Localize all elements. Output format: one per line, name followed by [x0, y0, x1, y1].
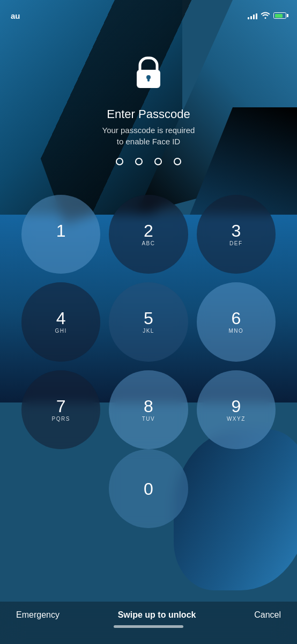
signal-bar-2 — [250, 16, 252, 19]
passcode-subtitle: Your passcode is requiredto enable Face … — [102, 125, 195, 147]
key-2-number: 2 — [144, 222, 153, 239]
keypad: 1 2 ABC 3 DEF 4 GHI 5 JKL 6 MNO — [0, 195, 297, 449]
enter-passcode-title: Enter Passcode — [102, 107, 195, 121]
key-1-letters — [60, 240, 62, 246]
key-6-number: 6 — [231, 310, 241, 327]
lock-icon — [135, 56, 162, 91]
key-9-letters: WXYZ — [227, 416, 246, 422]
signal-icon — [248, 12, 257, 19]
key-6[interactable]: 6 MNO — [197, 282, 276, 361]
key-8-number: 8 — [144, 398, 153, 415]
key-2-letters: ABC — [142, 240, 155, 246]
signal-bar-3 — [253, 14, 255, 19]
key-7[interactable]: 7 PQRS — [21, 370, 100, 449]
dot-1 — [116, 158, 123, 165]
key-1-number: 1 — [56, 222, 66, 239]
battery-body — [273, 12, 286, 19]
dot-4 — [174, 158, 181, 165]
key-0[interactable]: 0 — [109, 449, 188, 528]
app-container: au — [0, 0, 297, 644]
passcode-dots — [102, 158, 195, 165]
key-9[interactable]: 9 WXYZ — [197, 370, 276, 449]
main-content: au — [0, 0, 297, 644]
zero-row: 0 — [0, 449, 297, 528]
dot-3 — [154, 158, 162, 165]
key-0-number: 0 — [144, 480, 153, 497]
key-8[interactable]: 8 TUV — [109, 370, 188, 449]
key-3-number: 3 — [231, 222, 241, 239]
key-7-letters: PQRS — [51, 416, 70, 422]
status-bar: au — [0, 0, 297, 24]
key-4-number: 4 — [56, 310, 66, 327]
key-4-letters: GHI — [55, 328, 67, 334]
key-4[interactable]: 4 GHI — [21, 282, 100, 361]
svg-rect-2 — [147, 77, 150, 82]
key-8-letters: TUV — [142, 416, 155, 422]
key-5-number: 5 — [144, 310, 153, 327]
wifi-icon — [261, 11, 270, 20]
key-6-letters: MNO — [228, 328, 243, 334]
key-1[interactable]: 1 — [21, 195, 100, 274]
status-icons — [248, 11, 286, 20]
signal-bar-4 — [256, 13, 257, 19]
carrier-label: au — [11, 11, 20, 20]
signal-bar-1 — [248, 17, 249, 19]
key-2[interactable]: 2 ABC — [109, 195, 188, 274]
battery-icon — [273, 12, 286, 19]
key-7-number: 7 — [56, 398, 66, 415]
key-3[interactable]: 3 DEF — [197, 195, 276, 274]
lock-section — [135, 56, 162, 91]
key-9-number: 9 — [231, 398, 241, 415]
key-5[interactable]: 5 JKL — [109, 282, 188, 361]
key-3-letters: DEF — [229, 240, 243, 246]
zero-key-wrapper: 0 — [109, 449, 188, 528]
passcode-section: Enter Passcode Your passcode is required… — [102, 107, 195, 165]
key-5-letters: JKL — [143, 328, 154, 334]
dot-2 — [135, 158, 143, 165]
battery-fill — [275, 14, 283, 18]
